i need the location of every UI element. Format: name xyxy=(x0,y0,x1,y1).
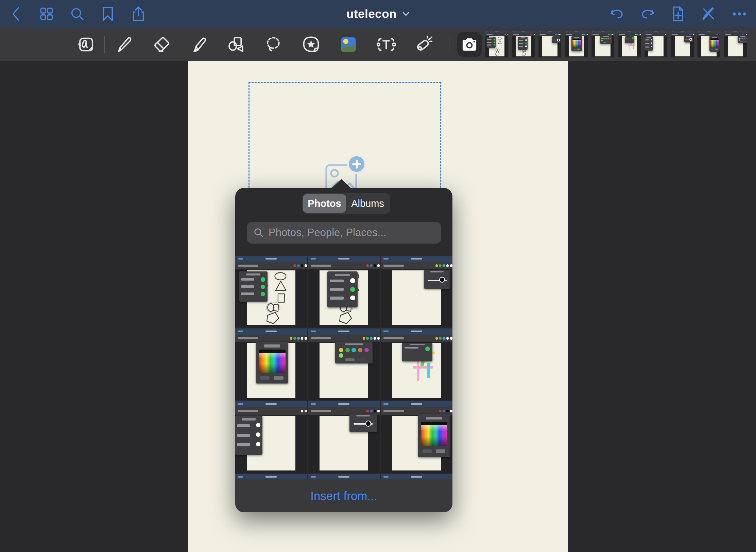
mini-popover-panel xyxy=(738,36,747,43)
search-icon[interactable] xyxy=(69,6,85,22)
page-thumbnail[interactable] xyxy=(724,31,747,57)
photo-thumbnail[interactable] xyxy=(308,328,380,400)
tab-photos[interactable]: Photos xyxy=(303,194,346,213)
photo-thumbnail[interactable] xyxy=(308,256,380,327)
mini-popover-panel xyxy=(424,270,450,289)
zoom-window-tool[interactable] xyxy=(73,32,98,57)
mini-popover-panel xyxy=(571,36,582,51)
read-only-pen-icon[interactable] xyxy=(701,6,717,22)
redo-icon[interactable] xyxy=(640,6,655,22)
photo-grid xyxy=(235,256,452,473)
search-icon xyxy=(254,228,264,238)
photo-thumbnail[interactable] xyxy=(381,401,452,473)
undo-icon[interactable] xyxy=(609,6,625,22)
mini-popover-panel xyxy=(600,36,612,44)
mini-popover-panel xyxy=(349,414,377,432)
photo-thumbnail[interactable] xyxy=(235,401,307,473)
photo-thumbnail[interactable] xyxy=(235,256,307,327)
back-icon[interactable] xyxy=(8,6,24,22)
photo-thumbnail[interactable] xyxy=(235,474,307,479)
mini-popover-panel xyxy=(235,415,262,455)
add-image-badge[interactable] xyxy=(349,156,364,172)
page-thumbnail[interactable] xyxy=(538,31,561,57)
mini-highlighter-stroke xyxy=(628,45,635,46)
page-thumbnail-strip xyxy=(485,31,756,58)
share-icon[interactable] xyxy=(131,6,146,22)
photo-thumbnail[interactable] xyxy=(381,474,452,479)
mini-popover-panel xyxy=(625,36,634,43)
document-title[interactable]: utelecon xyxy=(346,0,410,28)
mini-popover-panel xyxy=(518,37,528,50)
popover-arrow xyxy=(331,179,351,189)
page-thumbnail[interactable] xyxy=(698,31,720,57)
image-tool[interactable] xyxy=(336,32,361,57)
stickers-tool[interactable] xyxy=(299,32,323,57)
search-placeholder: Photos, People, Places... xyxy=(269,227,386,239)
mini-popover-panel xyxy=(335,342,373,363)
pages-grid-icon[interactable] xyxy=(39,6,54,22)
photo-grid-partial-row xyxy=(235,474,452,479)
page-thumbnail[interactable] xyxy=(671,31,694,57)
page-thumbnail[interactable] xyxy=(591,31,614,57)
chevron-down-icon xyxy=(402,11,410,17)
mini-popover-panel xyxy=(645,36,653,51)
photo-thumbnail[interactable] xyxy=(308,474,380,479)
add-page-icon[interactable] xyxy=(670,6,686,22)
camera-button[interactable] xyxy=(457,32,482,57)
mini-popover-panel xyxy=(418,414,450,457)
mini-popover-panel xyxy=(709,36,720,52)
mini-highlighter-stroke xyxy=(427,363,430,378)
mini-popover-panel xyxy=(684,36,693,42)
shapes-tool[interactable] xyxy=(224,32,248,57)
drawing-toolbar xyxy=(0,28,756,61)
photo-thumbnail[interactable] xyxy=(235,328,307,400)
mini-popover-panel xyxy=(402,343,432,361)
mini-popover-panel xyxy=(552,36,561,43)
toolbar-divider xyxy=(449,36,449,53)
highlighter-tool[interactable] xyxy=(188,32,212,57)
photo-thumbnail[interactable] xyxy=(308,401,380,473)
mini-popover-panel xyxy=(239,271,268,302)
mini-popover-panel xyxy=(256,342,288,384)
page-thumbnail[interactable] xyxy=(618,31,641,57)
lasso-tool[interactable] xyxy=(261,32,286,57)
mini-highlighter-stroke xyxy=(633,43,634,49)
photo-thumbnail[interactable] xyxy=(381,256,452,327)
mini-popover-panel xyxy=(486,37,496,48)
photo-search-input[interactable]: Photos, People, Places... xyxy=(247,222,441,244)
pen-tool[interactable] xyxy=(112,32,137,57)
page-thumbnail[interactable] xyxy=(485,31,508,57)
text-tool[interactable] xyxy=(374,32,398,57)
camera-icon xyxy=(462,38,477,51)
top-navigation-bar: utelecon xyxy=(0,0,756,28)
laser-pointer-tool[interactable] xyxy=(412,32,436,57)
page-thumbnail[interactable] xyxy=(565,31,588,57)
toolbar-divider xyxy=(104,36,105,53)
more-icon[interactable] xyxy=(732,6,747,22)
page-thumbnail[interactable] xyxy=(512,31,535,57)
eraser-tool[interactable] xyxy=(150,32,174,57)
app-window: utelecon xyxy=(0,0,756,552)
document-title-text: utelecon xyxy=(346,7,397,21)
mini-popover-panel xyxy=(327,271,358,307)
photos-albums-segmented-control: Photos Albums xyxy=(302,193,390,214)
photo-thumbnail[interactable] xyxy=(381,328,452,400)
tab-albums[interactable]: Albums xyxy=(346,194,389,213)
bookmark-icon[interactable] xyxy=(100,6,116,22)
photo-picker-popover: Photos Albums Photos, People, Places... … xyxy=(235,188,452,512)
page-thumbnail[interactable] xyxy=(645,31,667,57)
insert-from-button[interactable]: Insert from... xyxy=(235,479,452,512)
